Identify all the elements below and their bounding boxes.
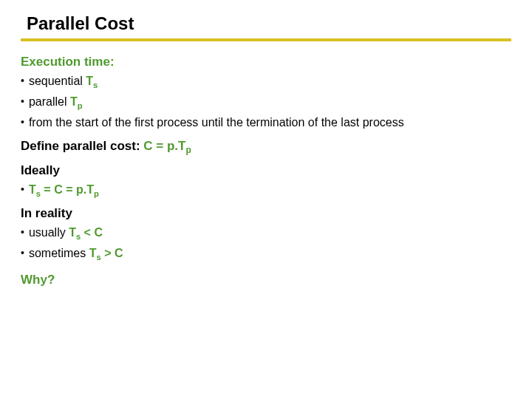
word-usually: usually bbox=[29, 226, 69, 239]
in-reality-label: In reality bbox=[21, 206, 72, 220]
subscript-p: p bbox=[94, 189, 99, 198]
bullet-icon: • bbox=[21, 74, 24, 87]
heading-why: Why? bbox=[21, 273, 511, 287]
subscript-p: p bbox=[78, 101, 83, 110]
symbol-T: T bbox=[70, 95, 78, 108]
word-sometimes: sometimes bbox=[29, 247, 89, 259]
symbol-T: T bbox=[86, 75, 93, 87]
bullet-sometimes-text: sometimes Ts > C bbox=[29, 246, 123, 262]
define-expr-prefix: C = p.T bbox=[140, 139, 186, 153]
heading-execution-time-text: Execution time: bbox=[21, 55, 115, 69]
bullet-icon: • bbox=[21, 183, 24, 196]
heading-in-reality: In reality bbox=[21, 206, 511, 221]
heading-define-cost: Define parallel cost: C = p.Tp bbox=[21, 139, 511, 155]
expr-mid: = C = p.T bbox=[41, 183, 94, 196]
bullet-sequential: • sequential Ts bbox=[21, 74, 511, 90]
define-label: Define parallel cost: bbox=[21, 139, 140, 153]
bullet-sequential-text: sequential Ts bbox=[29, 74, 98, 90]
bullet-icon: • bbox=[21, 115, 24, 129]
subscript-s: s bbox=[93, 81, 98, 89]
bullet-ideally-expr: • Ts = C = p.Tp bbox=[21, 183, 511, 199]
bullet-sometimes: • sometimes Ts > C bbox=[21, 246, 511, 262]
bullet-icon: • bbox=[21, 225, 24, 239]
symbol-T: T bbox=[69, 226, 76, 239]
bullet-definition-note-text: from the start of the first process unti… bbox=[29, 115, 404, 130]
bullet-usually: • usually Ts < C bbox=[21, 225, 511, 242]
word-sequential: sequential bbox=[29, 75, 86, 87]
ideally-label: Ideally bbox=[21, 163, 60, 177]
heading-ideally: Ideally bbox=[21, 163, 511, 178]
bullet-ideally-expr-text: Ts = C = p.Tp bbox=[29, 183, 99, 199]
bullet-icon: • bbox=[21, 246, 24, 259]
bullet-usually-text: usually Ts < C bbox=[29, 225, 103, 242]
bullet-parallel: • parallel Tp bbox=[21, 95, 511, 111]
subscript-p: p bbox=[185, 146, 191, 156]
bullet-definition-note: • from the start of the first process un… bbox=[21, 115, 511, 130]
heading-execution-time: Execution time: bbox=[21, 55, 511, 69]
slide-title: Parallel Cost bbox=[21, 13, 511, 41]
expr-gt: > C bbox=[101, 247, 123, 259]
symbol-T: T bbox=[29, 183, 36, 196]
slide: Parallel Cost Execution time: • sequenti… bbox=[0, 0, 532, 399]
word-parallel: parallel bbox=[29, 95, 70, 108]
expr-lt: < C bbox=[81, 226, 103, 239]
bullet-icon: • bbox=[21, 95, 24, 108]
bullet-parallel-text: parallel Tp bbox=[29, 95, 83, 111]
